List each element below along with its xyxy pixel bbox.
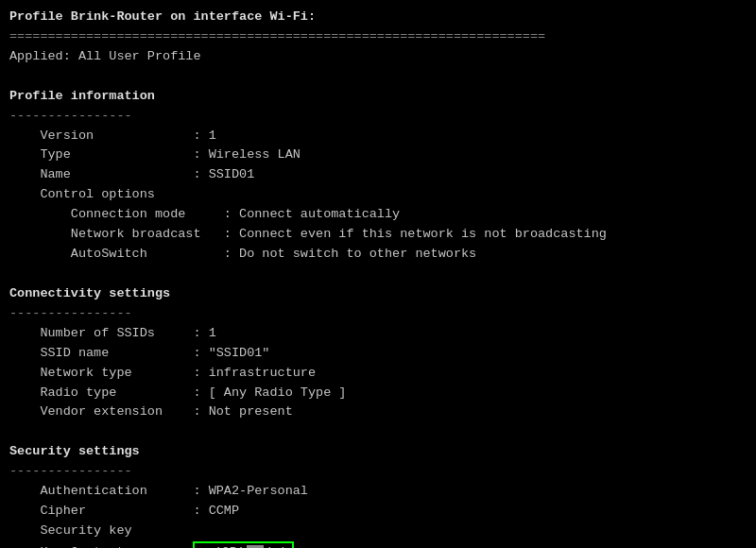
security-header: Security settings — [9, 442, 747, 462]
blank-2 — [9, 265, 747, 284]
page-title: Profile Brink-Router on interface Wi-Fi: — [9, 8, 747, 27]
network-broadcast-key: Network broadcast — [71, 227, 224, 241]
cipher-line: Cipher : CCMP — [9, 502, 747, 522]
network-type-value: : infrastructure — [193, 366, 316, 380]
name-value: : SSID01 — [193, 167, 254, 181]
type-line: Type : Wireless LAN — [9, 146, 747, 165]
type-key: Type — [40, 147, 193, 162]
applied-line: Applied: All User Profile — [9, 47, 747, 67]
vendor-ext-line: Vendor extension : Not present — [9, 402, 747, 422]
version-value: : 1 — [193, 128, 215, 143]
key-content-line: Key Content : 19R'ink — [9, 541, 747, 548]
ssid-name-line: SSID name : "SSID01" — [9, 344, 747, 364]
vendor-ext-key: Vendor extension — [40, 404, 193, 419]
control-options-key: Control options — [40, 187, 155, 201]
network-type-key: Network type — [40, 366, 193, 380]
ssid-name-key: SSID name — [40, 346, 193, 360]
blank-1 — [9, 67, 747, 87]
num-ssids-value: : 1 — [193, 326, 215, 340]
network-broadcast-value: : Connect even if this network is not br… — [224, 227, 607, 241]
key-content-box: : 19R'ink — [193, 541, 294, 548]
profile-divider: ---------------- — [9, 107, 747, 127]
network-type-line: Network type : infrastructure — [9, 364, 747, 384]
terminal-window: Profile Brink-Router on interface Wi-Fi:… — [9, 8, 747, 548]
autoswitch-key: AutoSwitch — [71, 247, 224, 261]
connection-mode-line: Connection mode : Connect automatically — [9, 205, 747, 225]
profile-info-header: Profile information — [9, 87, 747, 107]
cipher-key: Cipher — [40, 504, 193, 518]
authentication-key: Authentication — [40, 484, 193, 498]
vendor-ext-value: : Not present — [193, 404, 292, 419]
radio-type-line: Radio type : [ Any Radio Type ] — [9, 384, 747, 403]
name-key: Name — [40, 167, 193, 181]
autoswitch-line: AutoSwitch : Do not switch to other netw… — [9, 245, 747, 265]
security-key-line: Security key — [9, 522, 747, 541]
security-key-label: Security key — [40, 523, 193, 538]
num-ssids-line: Number of SSIDs : 1 — [9, 324, 747, 344]
connection-mode-key: Connection mode — [71, 207, 224, 221]
type-value: : Wireless LAN — [193, 147, 300, 162]
top-divider: ========================================… — [9, 27, 747, 47]
name-line: Name : SSID01 — [9, 165, 747, 185]
num-ssids-key: Number of SSIDs — [40, 326, 193, 340]
authentication-value: : WPA2-Personal — [193, 484, 308, 498]
autoswitch-value: : Do not switch to other networks — [224, 247, 476, 261]
connection-mode-value: : Connect automatically — [224, 207, 400, 221]
blank-3 — [9, 422, 747, 442]
radio-type-value: : [ Any Radio Type ] — [193, 385, 346, 400]
connectivity-divider: ---------------- — [9, 304, 747, 324]
security-divider: ---------------- — [9, 462, 747, 482]
cipher-value: : CCMP — [193, 504, 239, 518]
connectivity-header: Connectivity settings — [9, 284, 747, 304]
version-key: Version — [40, 128, 193, 143]
control-options-line: Control options — [9, 185, 747, 205]
version-line: Version : 1 — [9, 127, 747, 146]
network-broadcast-line: Network broadcast : Connect even if this… — [9, 225, 747, 245]
ssid-name-value: : "SSID01" — [193, 346, 269, 360]
radio-type-key: Radio type — [40, 385, 193, 400]
authentication-line: Authentication : WPA2-Personal — [9, 482, 747, 502]
